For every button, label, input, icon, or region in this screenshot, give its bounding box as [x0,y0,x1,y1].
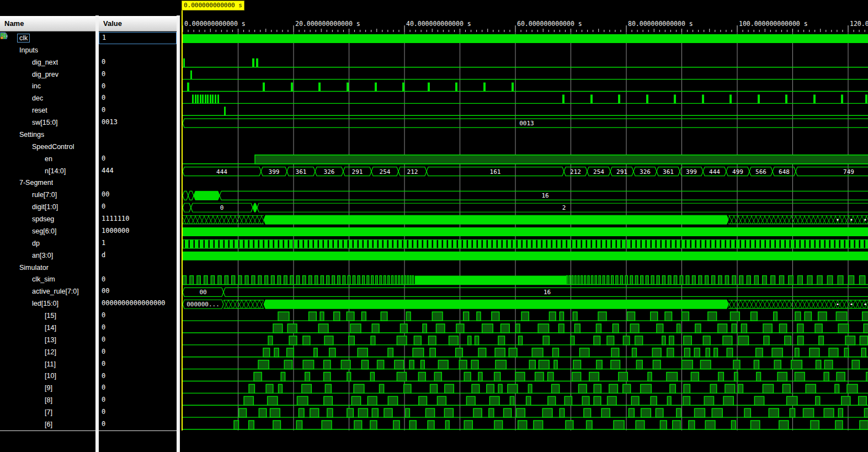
chevron-right-icon[interactable] [14,192,22,198]
signal-value-clk[interactable]: 1 [99,32,177,44]
signal-row-en[interactable]: en [0,153,95,165]
signal-value-SpeedControl[interactable] [99,141,177,153]
signal-value-clk_sim[interactable]: 0 [99,274,177,286]
bus-value-label: 499 [732,168,743,176]
waveform-canvas[interactable]: 0.000000000000 s20.000000000000 s40.0000… [180,0,868,452]
signal-value-9[interactable]: 0 [99,382,177,394]
signal-value-reset[interactable]: 0 [99,104,177,116]
signal-value-Simulator[interactable] [99,262,177,274]
signal-value-digit10[interactable]: 0 [99,201,177,213]
chevron-down-icon[interactable] [2,131,9,138]
signal-value-15[interactable]: 0 [99,310,177,322]
signal-value-an30[interactable]: d [99,249,177,262]
signal-row-clk[interactable]: clk [0,32,95,44]
signal-row-clk_sim[interactable]: clk_sim [0,274,95,286]
chevron-down-icon[interactable] [14,300,22,307]
chevron-right-icon[interactable] [14,216,22,222]
signal-row-led150[interactable]: led[15:0] [0,297,95,310]
signal-row-rule70[interactable]: rule[7:0] [0,189,95,201]
chevron-down-icon[interactable] [2,264,9,271]
chevron-right-icon[interactable] [14,204,22,210]
signal-row-an30[interactable]: an[3:0] [0,249,95,262]
signal-row-sw150[interactable]: sw[15:0] [0,116,95,129]
signal-row-7[interactable]: [7] [0,406,95,418]
signal-row-7-Segment[interactable]: 7-Segment [0,177,95,189]
signal-value-active_rule70[interactable]: 00 [99,285,177,297]
signal-value-rule70[interactable]: 00 [99,189,177,201]
signal-value-8[interactable]: 0 [99,394,177,406]
signal-row-15[interactable]: [15] [0,310,95,322]
signal-row-n140[interactable]: n[14:0] [0,165,95,177]
signal-row-dp[interactable]: dp [0,237,95,249]
signal-row-Simulator[interactable]: Simulator [0,262,95,274]
signal-value-10[interactable]: 0 [99,370,177,382]
chevron-down-icon[interactable] [2,47,9,54]
signal-value-dec[interactable]: 0 [99,92,177,104]
signal-value-Inputs[interactable] [99,44,177,56]
signal-row-reset[interactable]: reset [0,104,95,116]
cursor-time-box[interactable]: 0.000000000000 s [182,1,244,10]
signal-row-12[interactable]: [12] [0,346,95,358]
chevron-down-icon[interactable] [2,179,9,186]
bus-value-label: 254 [380,168,391,176]
signal-value-6[interactable]: 0 [99,418,177,430]
signal-row-inc[interactable]: inc [0,81,95,93]
signal-value-14[interactable]: 0 [99,322,177,334]
signal-value-spdseg[interactable]: 1111110 [99,213,177,225]
expander-spacer [14,59,22,66]
group-signal-icon [9,46,18,54]
signal-row-dig_next[interactable]: dig_next [0,56,95,68]
wave-11 [183,360,868,369]
scalar-signal-icon [35,373,43,380]
signal-value-dig_prev[interactable]: 0 [99,68,177,81]
signal-row-active_rule70[interactable]: active_rule[7:0] [0,285,95,297]
chevron-right-icon[interactable] [27,168,35,174]
signal-row-dec[interactable]: dec [0,92,95,104]
signal-value-11[interactable]: 0 [99,358,177,370]
signal-row-spdseg[interactable]: spdseg [0,213,95,225]
signal-row-6[interactable]: [6] [0,418,95,430]
chevron-down-icon[interactable] [14,143,22,150]
signal-value-en[interactable]: 0 [99,153,177,165]
signal-value-inc[interactable]: 0 [99,81,177,93]
signal-row-11[interactable]: [11] [0,358,95,370]
signal-value-13[interactable]: 0 [99,334,177,346]
signal-value-n140[interactable]: 444 [99,165,177,177]
signal-row-seg60[interactable]: seg[6:0] [0,225,95,237]
signal-value-7[interactable]: 0 [99,406,177,418]
chevron-right-icon[interactable] [14,228,22,235]
group-signal-icon [9,131,18,138]
waveform-area[interactable]: 0.000000000000 s 0.000000000000 s20.0000… [180,0,868,452]
signal-value-led150[interactable]: 0000000000000000 [99,297,177,310]
signal-row-dig_prev[interactable]: dig_prev [0,68,95,81]
scalar2-signal-icon [35,155,43,162]
signal-row-10[interactable]: [10] [0,370,95,382]
signal-value-dp[interactable]: 1 [99,237,177,249]
value-column-header: Value [99,16,177,31]
signal-name-label: [11] [45,360,56,368]
signal-name-label: dig_prev [32,71,58,78]
signal-row-Settings[interactable]: Settings [0,129,95,141]
signal-value-12[interactable]: 0 [99,346,177,358]
signal-value-Settings[interactable] [99,129,177,141]
signal-name-label: an[3:0] [32,252,53,259]
signal-value-7-Segment[interactable] [99,177,177,189]
signal-value-dig_next[interactable]: 0 [99,56,177,68]
expander-spacer [27,397,35,403]
chevron-right-icon[interactable] [14,119,22,126]
signal-value-sw150[interactable]: 0013 [99,116,177,129]
signal-row-digit10[interactable]: digit[1:0] [0,201,95,213]
bus-value-label: 161 [490,168,501,176]
signal-row-SpeedControl[interactable]: SpeedControl [0,141,95,153]
chevron-right-icon[interactable] [14,252,22,259]
wave-spdseg [183,215,868,224]
signal-row-Inputs[interactable]: Inputs [0,44,95,56]
signal-row-13[interactable]: [13] [0,334,95,346]
wave-dp [183,240,868,248]
signal-row-9[interactable]: [9] [0,382,95,394]
signal-value-seg60[interactable]: 1000000 [99,225,177,237]
signal-row-8[interactable]: [8] [0,394,95,406]
chevron-right-icon[interactable] [14,288,22,295]
timeline-ruler[interactable]: 0.000000000000 s20.000000000000 s40.0000… [183,20,868,32]
signal-row-14[interactable]: [14] [0,322,95,334]
